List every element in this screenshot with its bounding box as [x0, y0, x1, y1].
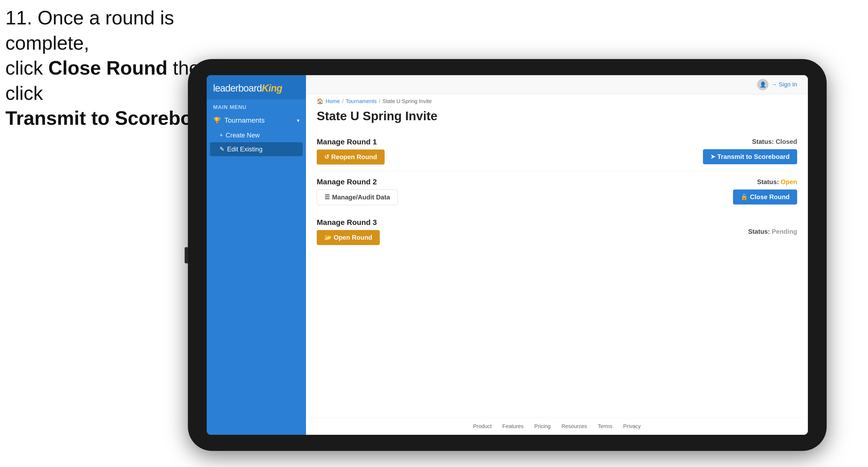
home-icon: 🏠: [317, 98, 323, 104]
app-logo: leaderboardKing: [213, 83, 300, 94]
sidebar-create-new-label: Create New: [226, 131, 260, 139]
round-2-left: Manage Round 2 ☰ Manage/Audit Data: [317, 178, 398, 205]
manage-audit-data-button[interactable]: ☰ Manage/Audit Data: [317, 189, 398, 205]
footer-privacy[interactable]: Privacy: [623, 423, 641, 429]
round-2-status-value: Open: [781, 178, 797, 185]
round-2-section: Manage Round 2 ☰ Manage/Audit Data Statu…: [317, 171, 797, 212]
main-content: 👤 → Sign In 🏠 Home / Tournaments / State…: [306, 75, 808, 435]
reopen-round-label: Reopen Round: [331, 153, 377, 161]
reopen-round-button[interactable]: ↺ Reopen Round: [317, 150, 384, 164]
top-bar: 👤 → Sign In: [306, 75, 808, 94]
sidebar-logo-area: leaderboardKing: [207, 75, 306, 99]
page-title: State U Spring Invite: [317, 109, 797, 123]
round-2-status: Status: Open: [757, 178, 797, 186]
close-round-label: Close Round: [750, 193, 789, 201]
breadcrumb: 🏠 Home / Tournaments / State U Spring In…: [306, 94, 808, 106]
round-1-left: Manage Round 1 ↺ Reopen Round: [317, 138, 384, 164]
reopen-icon: ↺: [324, 154, 329, 160]
user-area: 👤 → Sign In: [757, 79, 797, 90]
round-3-left: Manage Round 3 📂 Open Round: [317, 218, 380, 245]
open-round-button[interactable]: 📂 Open Round: [317, 230, 380, 245]
logo-suffix: King: [262, 83, 282, 94]
sidebar-edit-existing-label: Edit Existing: [227, 146, 262, 153]
round-3-section: Manage Round 3 📂 Open Round Status: Pend…: [317, 212, 797, 252]
round-1-title: Manage Round 1: [317, 138, 384, 146]
tablet-device: leaderboardKing MAIN MENU 🏆 Tournaments …: [188, 59, 827, 451]
breadcrumb-current: State U Spring Invite: [382, 98, 432, 104]
edit-icon: ✎: [220, 146, 224, 153]
plus-icon: +: [220, 132, 223, 139]
chevron-down-icon: ▾: [297, 117, 300, 124]
tablet-side-button: [185, 247, 188, 263]
round-3-status: Status: Pending: [748, 228, 797, 236]
manage-icon: ☰: [324, 194, 330, 201]
logo-prefix: leaderboard: [213, 83, 262, 94]
sidebar-item-edit-existing[interactable]: ✎ Edit Existing: [210, 142, 303, 156]
round-1-right: Status: Closed ➤ Transmit to Scoreboard: [703, 138, 797, 164]
round-3-status-value: Pending: [772, 228, 797, 235]
main-menu-label: MAIN MENU: [207, 99, 306, 113]
close-round-button[interactable]: 🔒 Close Round: [733, 189, 797, 205]
sign-in-link[interactable]: → Sign In: [771, 81, 797, 88]
round-3-title: Manage Round 3: [317, 218, 380, 227]
breadcrumb-home[interactable]: Home: [326, 98, 340, 104]
footer-product[interactable]: Product: [473, 423, 492, 429]
sidebar-item-create-new[interactable]: + Create New: [207, 128, 306, 142]
lock-icon: 🔒: [741, 193, 748, 200]
footer-features[interactable]: Features: [502, 423, 524, 429]
tablet-screen: leaderboardKing MAIN MENU 🏆 Tournaments …: [207, 75, 808, 435]
round-1-status-value: Closed: [776, 138, 797, 145]
round-3-right: Status: Pending: [748, 228, 797, 236]
sidebar-item-tournaments[interactable]: 🏆 Tournaments ▾: [207, 113, 306, 128]
round-1-status: Status: Closed: [752, 138, 797, 146]
round-2-title: Manage Round 2: [317, 178, 398, 186]
breadcrumb-tournaments[interactable]: Tournaments: [346, 98, 377, 104]
footer-terms[interactable]: Terms: [598, 423, 612, 429]
open-folder-icon: 📂: [324, 234, 332, 241]
transmit-scoreboard-label: Transmit to Scoreboard: [717, 153, 789, 160]
page-content: State U Spring Invite Manage Round 1 ↺ R…: [306, 106, 808, 417]
round-1-section: Manage Round 1 ↺ Reopen Round Status: Cl…: [317, 131, 797, 171]
footer-resources[interactable]: Resources: [561, 423, 587, 429]
trophy-icon: 🏆: [213, 117, 221, 124]
footer: Product Features Pricing Resources Terms…: [306, 417, 808, 435]
sidebar-item-tournaments-label: Tournaments: [224, 116, 265, 125]
avatar: 👤: [757, 79, 768, 90]
round-2-right: Status: Open 🔒 Close Round: [733, 178, 797, 205]
open-round-label: Open Round: [334, 234, 372, 241]
transmit-to-scoreboard-button[interactable]: ➤ Transmit to Scoreboard: [703, 149, 797, 164]
transmit-icon: ➤: [710, 153, 715, 160]
manage-audit-label: Manage/Audit Data: [332, 193, 390, 201]
sidebar: leaderboardKing MAIN MENU 🏆 Tournaments …: [207, 75, 306, 435]
footer-pricing[interactable]: Pricing: [534, 423, 551, 429]
